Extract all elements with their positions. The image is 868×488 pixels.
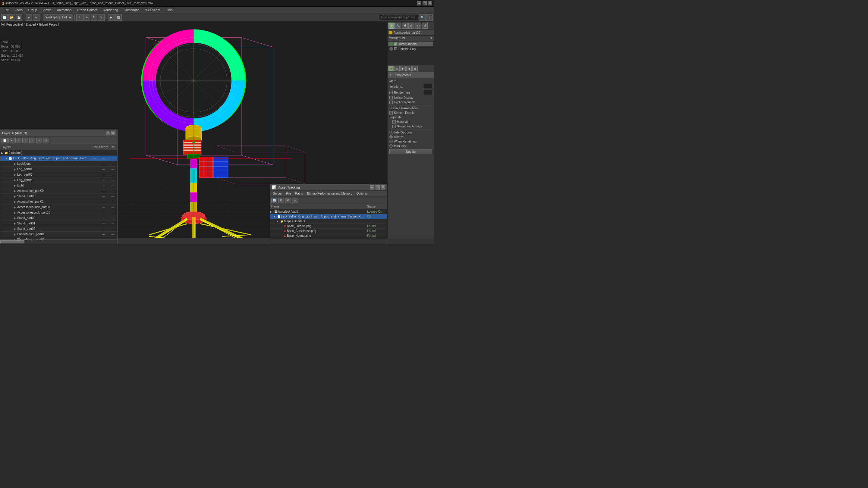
layer-hide-check[interactable]: — <box>99 222 108 225</box>
layer-hide-check[interactable]: — <box>99 206 108 209</box>
layer-hide-check[interactable]: — <box>99 200 108 203</box>
toolbar-new[interactable]: 📄 <box>1 14 8 21</box>
hierarchy-tab[interactable]: H <box>402 23 408 29</box>
layer-hide-check[interactable]: — <box>90 157 99 160</box>
asset-menu-paths[interactable]: Paths <box>293 191 305 196</box>
layer-row[interactable]: ◆ Leg_part03 — — <box>0 177 117 183</box>
layer-hide-check[interactable]: — <box>99 162 108 165</box>
menu-rendering[interactable]: Rendering <box>100 7 121 13</box>
layers-new-button[interactable]: 📄 <box>1 138 7 143</box>
asset-expand-button[interactable]: ⊞ <box>278 198 284 203</box>
layer-freeze-check[interactable]: — <box>108 173 117 176</box>
layer-re-check[interactable]: □ <box>108 157 117 160</box>
when-rendering-radio[interactable] <box>390 140 393 143</box>
toolbar-move[interactable]: ✛ <box>84 14 90 21</box>
materials-checkbox[interactable] <box>393 120 396 124</box>
asset-settings-button[interactable]: ⚙ <box>285 198 291 203</box>
layer-row[interactable]: ◆ Leg_part01 — — <box>0 167 117 172</box>
menu-help[interactable]: Help <box>163 7 175 13</box>
workspace-dropdown[interactable]: Workspace: Default <box>43 14 73 21</box>
menu-graph-editors[interactable]: Graph Editors <box>74 7 100 13</box>
modifier-editable-poly[interactable]: Editable Poly <box>388 46 433 51</box>
layer-hide-check[interactable]: — <box>99 195 108 198</box>
display-tab[interactable]: 👁 <box>415 23 421 29</box>
toolbar-save[interactable]: 💾 <box>16 14 22 21</box>
iterations-input[interactable]: 0 <box>423 84 432 89</box>
layers-expand-button[interactable]: ≡ <box>36 138 42 143</box>
menu-tools[interactable]: Tools <box>12 7 25 13</box>
layer-freeze-check[interactable]: — <box>108 178 117 182</box>
menu-views[interactable]: Views <box>40 7 54 13</box>
asset-menu-file[interactable]: File <box>284 191 293 196</box>
layer-freeze-check[interactable]: — <box>108 222 117 225</box>
modifier-settings-button[interactable]: ⚙ <box>394 66 400 71</box>
asset-row[interactable]: ▼ 📄 LED_Selfie_Ring_Light_with_Tripod_an… <box>270 214 387 219</box>
modifier-paste-button[interactable]: ◀ <box>406 66 412 71</box>
layer-row[interactable]: ◆ Stand_part01 — — <box>0 221 117 226</box>
asset-row[interactable]: ▶ 💾 Autodesk Vault Logged On <box>270 209 387 214</box>
minimize-button[interactable]: ─ <box>417 1 421 5</box>
toolbar-undo[interactable]: ↩ <box>26 14 32 21</box>
update-button[interactable]: Update <box>390 149 432 154</box>
layer-freeze-check[interactable]: — <box>108 190 117 193</box>
layer-freeze-check[interactable]: — <box>99 157 108 160</box>
layer-hide-check[interactable]: — <box>99 211 108 214</box>
search-input[interactable] <box>379 15 418 20</box>
layer-hide-check[interactable]: — <box>99 217 108 220</box>
layer-freeze-check[interactable]: — <box>108 195 117 198</box>
modifier-visibility-check[interactable] <box>394 47 397 50</box>
layers-help-button[interactable]: ? <box>106 131 110 135</box>
layer-row[interactable]: ▶ 📁 0 (default) — — <box>0 150 117 156</box>
toolbar-render-frame[interactable]: 🖼 <box>115 14 122 21</box>
layer-freeze-check[interactable]: — <box>99 152 108 155</box>
render-iters-checkbox[interactable]: ✓ <box>390 91 393 94</box>
layer-hide-check[interactable]: — <box>99 168 108 171</box>
layer-hide-check[interactable]: — <box>99 190 108 193</box>
maximize-button[interactable]: □ <box>423 1 427 5</box>
smooth-result-checkbox[interactable]: ✓ <box>390 111 393 115</box>
layer-freeze-check[interactable]: — <box>108 206 117 209</box>
layer-row[interactable]: ◆ PhoneMount_part01 — — <box>0 232 117 237</box>
create-tab[interactable]: ✛ <box>389 23 395 29</box>
layers-close-button[interactable]: ✕ <box>111 131 116 135</box>
modifier-turbosmooth[interactable]: ✓ TurboSmooth <box>388 41 433 46</box>
layer-freeze-check[interactable]: — <box>108 211 117 214</box>
layer-row[interactable]: ◆ AccessoriesLock_part01 — — <box>0 210 117 216</box>
asset-refresh-button[interactable]: 🔄 <box>271 198 277 203</box>
explicit-normals-checkbox[interactable] <box>390 101 393 104</box>
layer-freeze-check[interactable]: — <box>108 227 117 230</box>
asset-minimize-button[interactable]: ─ <box>370 185 374 190</box>
asset-view-button[interactable]: ≡ <box>292 198 298 203</box>
asset-row[interactable]: 🖼 Base_Normal.png Found <box>270 233 387 238</box>
toolbar-render[interactable]: ▶ <box>108 14 115 21</box>
scrollbar-thumb[interactable] <box>0 240 24 243</box>
menu-maxscript[interactable]: MAXScript <box>142 7 163 13</box>
asset-menu-server[interactable]: Server <box>271 191 284 196</box>
utilities-tab[interactable]: U <box>422 23 428 29</box>
toolbar-select[interactable]: ↖ <box>76 14 83 21</box>
layer-row[interactable]: ◆ Stand_part00 — — <box>0 194 117 199</box>
asset-restore-button[interactable]: □ <box>375 185 380 190</box>
layer-hide-check[interactable]: — <box>99 178 108 182</box>
isoline-checkbox[interactable] <box>390 96 393 99</box>
layer-row[interactable]: ◆ Accessories_part00 — — <box>0 188 117 194</box>
modify-tab[interactable]: 🔧 <box>395 23 401 29</box>
turbosmooth-header[interactable]: ▼ TurboSmooth <box>388 73 434 78</box>
toolbar-open[interactable]: 📂 <box>8 14 15 21</box>
layer-row[interactable]: ◆ Accessories_part01 — — <box>0 199 117 204</box>
toolbar-scale[interactable]: ⤡ <box>98 14 104 21</box>
search-button[interactable]: 🔍 <box>419 14 426 21</box>
menu-group[interactable]: Group <box>26 7 40 13</box>
layer-hide-check[interactable]: — <box>90 152 99 155</box>
layer-row[interactable]: ◆ Stand_part04 — — <box>0 216 117 221</box>
layer-freeze-check[interactable]: — <box>108 162 117 165</box>
modifier-visibility-check[interactable]: ✓ <box>394 42 397 45</box>
object-color-swatch[interactable] <box>389 31 393 34</box>
asset-menu-options[interactable]: Options <box>355 191 369 196</box>
layer-row[interactable]: ◆ Light — — <box>0 183 117 188</box>
layer-freeze-check[interactable]: — <box>108 200 117 203</box>
layer-freeze-check[interactable]: — <box>108 184 117 187</box>
close-button[interactable]: ✕ <box>428 1 432 5</box>
asset-row[interactable]: 🖼 Base_Fresnel.png Found <box>270 224 387 229</box>
modifier-copy-button[interactable]: ▶ <box>400 66 406 71</box>
